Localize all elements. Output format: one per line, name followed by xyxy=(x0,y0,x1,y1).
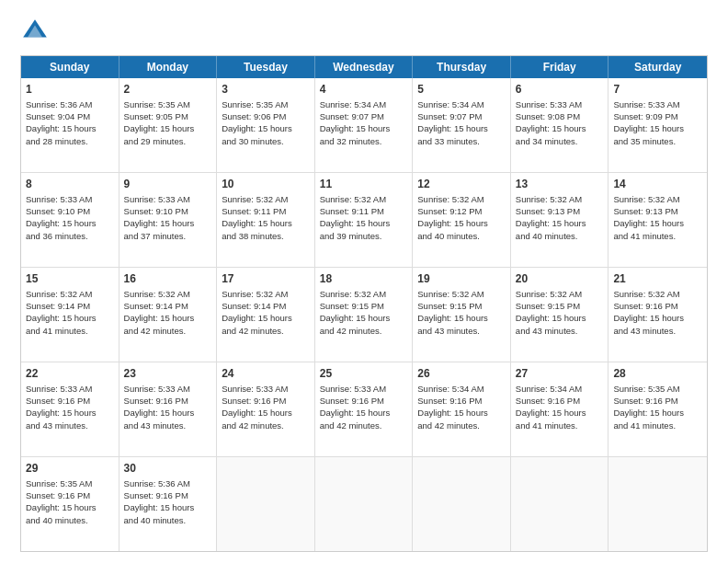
day-info-line: Sunrise: 5:35 AM xyxy=(222,98,310,110)
cal-cell-1: 1Sunrise: 5:36 AMSunset: 9:04 PMDaylight… xyxy=(21,78,119,172)
cal-row-3: 22Sunrise: 5:33 AMSunset: 9:16 PMDayligh… xyxy=(21,362,707,456)
calendar-body: 1Sunrise: 5:36 AMSunset: 9:04 PMDaylight… xyxy=(21,78,707,551)
day-info-line: and 41 minutes. xyxy=(613,419,702,431)
day-info-line: Sunset: 9:14 PM xyxy=(124,300,212,312)
day-info-line: Sunrise: 5:35 AM xyxy=(124,98,212,110)
cal-cell-2: 2Sunrise: 5:35 AMSunset: 9:05 PMDaylight… xyxy=(119,78,218,172)
day-info-line: Daylight: 15 hours xyxy=(26,217,114,229)
day-number: 1 xyxy=(26,82,114,98)
weekday-header-saturday: Saturday xyxy=(609,56,707,78)
day-info-line: Daylight: 15 hours xyxy=(320,122,408,134)
cal-row-4: 29Sunrise: 5:35 AMSunset: 9:16 PMDayligh… xyxy=(21,456,707,551)
day-info-line: Sunset: 9:13 PM xyxy=(613,205,702,217)
day-number: 21 xyxy=(613,271,702,287)
day-info-line: and 42 minutes. xyxy=(417,419,506,431)
day-number: 8 xyxy=(26,177,114,192)
header-area xyxy=(20,17,708,46)
day-info-line: and 39 minutes. xyxy=(320,230,408,242)
cal-cell-29: 29Sunrise: 5:35 AMSunset: 9:16 PMDayligh… xyxy=(21,457,119,551)
cal-cell-empty-5 xyxy=(511,457,609,551)
day-info-line: and 43 minutes. xyxy=(124,419,212,431)
day-info-line: Daylight: 15 hours xyxy=(26,122,114,134)
cal-cell-empty-3 xyxy=(315,457,414,551)
day-info-line: Sunset: 9:14 PM xyxy=(26,300,114,312)
day-info-line: Sunset: 9:16 PM xyxy=(320,395,408,407)
day-info-line: Sunset: 9:15 PM xyxy=(320,300,408,312)
day-info-line: Sunrise: 5:33 AM xyxy=(320,383,408,395)
day-info-line: and 34 minutes. xyxy=(516,135,604,147)
day-info-line: Daylight: 15 hours xyxy=(613,407,702,419)
day-info-line: Sunrise: 5:33 AM xyxy=(124,193,212,205)
day-info-line: Sunrise: 5:32 AM xyxy=(516,193,604,205)
day-info-line: Daylight: 15 hours xyxy=(613,122,702,134)
day-info-line: Sunrise: 5:32 AM xyxy=(613,193,702,205)
weekday-header-tuesday: Tuesday xyxy=(217,56,315,78)
cal-cell-empty-2 xyxy=(217,457,315,551)
day-info-line: Daylight: 15 hours xyxy=(222,217,310,229)
cal-cell-17: 17Sunrise: 5:32 AMSunset: 9:14 PMDayligh… xyxy=(217,268,315,362)
cal-cell-25: 25Sunrise: 5:33 AMSunset: 9:16 PMDayligh… xyxy=(315,362,414,456)
cal-row-0: 1Sunrise: 5:36 AMSunset: 9:04 PMDaylight… xyxy=(21,78,707,172)
day-info-line: Sunset: 9:08 PM xyxy=(516,110,604,122)
day-info-line: Sunset: 9:16 PM xyxy=(613,300,702,312)
day-number: 6 xyxy=(516,82,604,98)
day-number: 18 xyxy=(320,271,408,287)
day-info-line: Sunrise: 5:33 AM xyxy=(516,98,604,110)
day-info-line: Daylight: 15 hours xyxy=(613,217,702,229)
day-info-line: Daylight: 15 hours xyxy=(124,122,212,134)
day-info-line: Sunrise: 5:33 AM xyxy=(26,193,114,205)
day-info-line: Sunset: 9:07 PM xyxy=(417,110,506,122)
day-number: 27 xyxy=(516,366,604,382)
day-info-line: Sunrise: 5:32 AM xyxy=(516,288,604,300)
day-info-line: Sunrise: 5:35 AM xyxy=(613,383,702,395)
day-info-line: and 40 minutes. xyxy=(417,230,506,242)
day-info-line: and 38 minutes. xyxy=(222,230,310,242)
day-info-line: Daylight: 15 hours xyxy=(26,312,114,324)
day-info-line: Daylight: 15 hours xyxy=(124,501,212,513)
cal-cell-19: 19Sunrise: 5:32 AMSunset: 9:15 PMDayligh… xyxy=(413,268,511,362)
page: SundayMondayTuesdayWednesdayThursdayFrid… xyxy=(0,0,728,563)
day-info-line: Sunrise: 5:32 AM xyxy=(417,288,506,300)
day-info-line: Sunset: 9:07 PM xyxy=(320,110,408,122)
day-info-line: Sunset: 9:16 PM xyxy=(613,395,702,407)
day-number: 3 xyxy=(222,82,310,98)
weekday-header-sunday: Sunday xyxy=(21,56,119,78)
cal-cell-15: 15Sunrise: 5:32 AMSunset: 9:14 PMDayligh… xyxy=(21,268,119,362)
day-info-line: Sunset: 9:05 PM xyxy=(124,110,212,122)
day-info-line: and 40 minutes. xyxy=(26,514,114,526)
day-info-line: and 42 minutes. xyxy=(222,419,310,431)
weekday-header-wednesday: Wednesday xyxy=(315,56,414,78)
day-info-line: and 33 minutes. xyxy=(417,135,506,147)
day-info-line: Sunset: 9:16 PM xyxy=(516,395,604,407)
day-info-line: Sunrise: 5:33 AM xyxy=(26,383,114,395)
cal-cell-12: 12Sunrise: 5:32 AMSunset: 9:12 PMDayligh… xyxy=(413,173,511,267)
day-info-line: Sunrise: 5:34 AM xyxy=(516,383,604,395)
day-info-line: Sunset: 9:12 PM xyxy=(417,205,506,217)
day-info-line: Sunset: 9:16 PM xyxy=(26,489,114,501)
day-info-line: and 42 minutes. xyxy=(222,325,310,337)
day-info-line: and 42 minutes. xyxy=(124,325,212,337)
day-info-line: Daylight: 15 hours xyxy=(320,217,408,229)
day-number: 24 xyxy=(222,366,310,382)
cal-cell-11: 11Sunrise: 5:32 AMSunset: 9:11 PMDayligh… xyxy=(315,173,414,267)
day-info-line: Daylight: 15 hours xyxy=(417,312,506,324)
cal-cell-21: 21Sunrise: 5:32 AMSunset: 9:16 PMDayligh… xyxy=(609,268,707,362)
day-info-line: Sunrise: 5:32 AM xyxy=(222,193,310,205)
cal-cell-26: 26Sunrise: 5:34 AMSunset: 9:16 PMDayligh… xyxy=(413,362,511,456)
calendar-header: SundayMondayTuesdayWednesdayThursdayFrid… xyxy=(21,56,707,78)
day-info-line: Daylight: 15 hours xyxy=(417,407,506,419)
logo-icon xyxy=(20,17,50,46)
day-info-line: Sunrise: 5:36 AM xyxy=(124,477,212,489)
cal-cell-18: 18Sunrise: 5:32 AMSunset: 9:15 PMDayligh… xyxy=(315,268,414,362)
day-info-line: and 42 minutes. xyxy=(320,419,408,431)
cal-cell-empty-6 xyxy=(609,457,707,551)
day-number: 9 xyxy=(124,177,212,192)
day-info-line: Sunrise: 5:33 AM xyxy=(613,98,702,110)
cal-cell-5: 5Sunrise: 5:34 AMSunset: 9:07 PMDaylight… xyxy=(413,78,511,172)
day-number: 13 xyxy=(516,177,604,192)
day-info-line: Sunrise: 5:34 AM xyxy=(417,383,506,395)
day-number: 29 xyxy=(26,461,114,477)
day-number: 23 xyxy=(124,366,212,382)
day-info-line: and 40 minutes. xyxy=(516,230,604,242)
day-info-line: Sunset: 9:09 PM xyxy=(613,110,702,122)
